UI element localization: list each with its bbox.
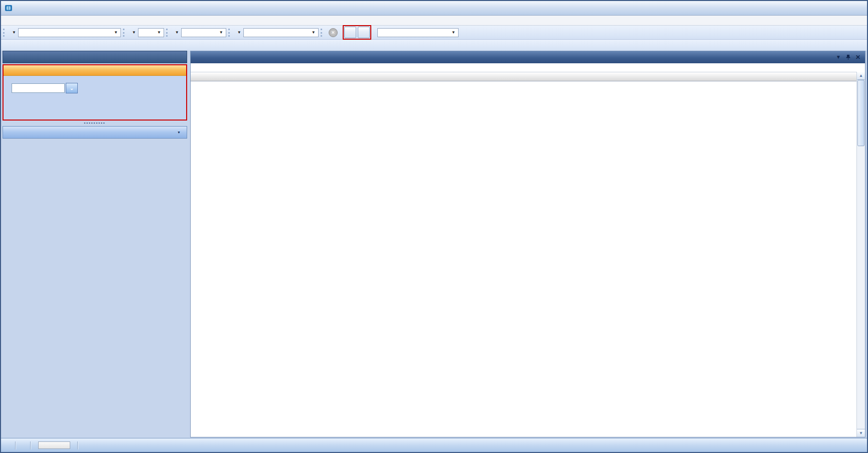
scroll-up-icon[interactable]: ▲ [857, 72, 865, 80]
pin-icon[interactable] [846, 53, 850, 62]
scrollbar-thumb[interactable] [857, 80, 864, 146]
automatische-buchungen-panel: ⌄ [4, 76, 186, 120]
app-icon [5, 4, 13, 12]
main-toolbar: ▼ ▼ ▼ ▼ ▼ ▼ ▼ ▼ ✕ ▼ [1, 26, 867, 40]
close-button[interactable] [852, 3, 867, 13]
active-section-highlight: ⌄ [3, 64, 187, 121]
mwst-dropdown-label[interactable]: ▼ [171, 31, 181, 35]
vorlagen-dropdown-label[interactable]: ▼ [233, 31, 243, 35]
chevron-down-icon: ▼ [452, 31, 456, 35]
toolbar-grip [321, 29, 324, 37]
toolbar-grip [228, 29, 231, 37]
mandant-dropdown-label[interactable]: ▼ [8, 31, 18, 35]
menu-bar [1, 16, 867, 26]
secondary-toolbar [1, 40, 867, 52]
grid-header [191, 72, 857, 81]
sidebar-item-automatische-buchungen[interactable] [4, 65, 186, 76]
chevron-down-icon: ▼ [219, 31, 223, 35]
toolbar-grip [3, 29, 6, 37]
neue-automatische-buchung-button[interactable] [344, 27, 356, 38]
main-panel: ▼ ✕ ▲ ▼ [190, 51, 865, 437]
chevron-down-icon: ▼ [157, 31, 161, 35]
date-picker-dropdown-icon[interactable]: ⌄ [66, 83, 78, 93]
buchungen-generieren-button[interactable] [358, 27, 370, 38]
grid-area: ▲ ▼ [191, 63, 865, 437]
mwst-select[interactable]: ▼ [181, 28, 226, 37]
status-separator [15, 441, 16, 449]
main-panel-header: ▼ ✕ [191, 51, 865, 64]
toolbar-grip [123, 29, 126, 37]
vorlagen-select[interactable]: ▼ [243, 28, 319, 37]
panel-header-icons: ▼ ✕ [831, 53, 865, 62]
toolbar-grip [166, 29, 169, 37]
geschaeftsjahr-dropdown-label[interactable]: ▼ [128, 31, 138, 35]
chevron-down-icon: ▼ [312, 31, 316, 35]
vertical-scrollbar[interactable]: ▲ ▼ [856, 72, 865, 437]
mandant-select[interactable]: ▼ [18, 28, 121, 37]
sidebar: ⌄ ••••••••• ▼ [3, 51, 187, 437]
sidebar-collapse-strip[interactable]: ▼ [3, 126, 187, 139]
status-separator [77, 441, 78, 449]
chevron-down-icon: ▼ [114, 31, 118, 35]
search-filter-row[interactable] [191, 63, 865, 72]
app-window: ▼ ▼ ▼ ▼ ▼ ▼ ▼ ▼ ✕ ▼ [0, 0, 868, 453]
chevron-down-icon: ▼ [132, 31, 136, 35]
scroll-down-icon[interactable]: ▼ [857, 429, 865, 437]
content-area: ⌄ ••••••••• ▼ ▼ [1, 51, 867, 438]
minimize-button[interactable] [822, 3, 837, 13]
scroll-tabs-icon[interactable]: ▼ [836, 55, 841, 60]
maximize-button[interactable] [837, 3, 852, 13]
title-bar [1, 1, 867, 16]
geschaeftsjahr-select[interactable]: ▼ [138, 28, 164, 37]
sidebar-header [3, 51, 187, 63]
status-separator [30, 441, 31, 449]
collapse-chevron-icon: ▼ [177, 131, 181, 135]
clear-icon[interactable]: ✕ [329, 28, 338, 37]
status-bar [1, 438, 867, 452]
progress-indicator [38, 441, 70, 449]
highlighted-button-group [343, 25, 371, 40]
ausfuehrungsdatum-field[interactable] [12, 83, 65, 93]
chevron-down-icon: ▼ [12, 31, 16, 35]
close-panel-icon[interactable]: ✕ [855, 54, 860, 60]
chevron-down-icon: ▼ [175, 31, 179, 35]
chevron-down-icon: ▼ [237, 31, 241, 35]
filter-select[interactable]: ▼ [377, 28, 459, 37]
sidebar-splitter[interactable]: ••••••••• [3, 121, 187, 125]
